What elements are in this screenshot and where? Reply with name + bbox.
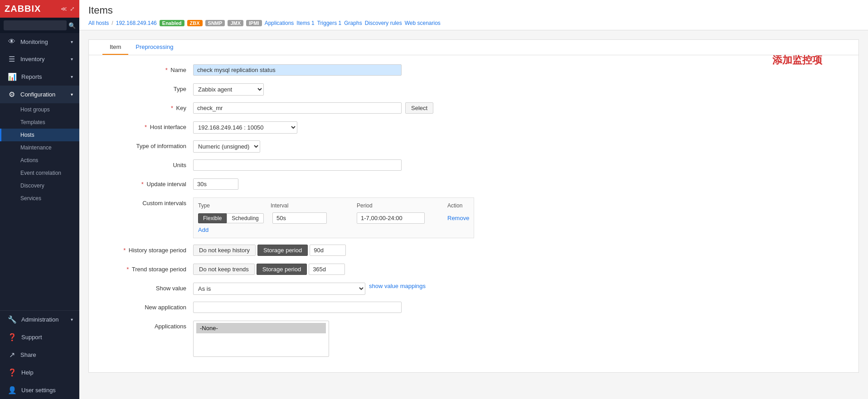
key-input[interactable] bbox=[193, 102, 402, 114]
host-interface-select[interactable]: 192.168.249.146 : 10050 bbox=[193, 121, 297, 134]
share-icon: ↗ bbox=[8, 351, 16, 359]
chevron-down-icon: ▾ bbox=[71, 74, 73, 79]
add-button[interactable]: Add bbox=[198, 226, 209, 233]
discovery-rules-tab-link[interactable]: Discovery rules bbox=[365, 20, 402, 26]
show-value-label: Show value bbox=[102, 283, 193, 292]
inventory-icon: ☰ bbox=[8, 55, 16, 63]
sidebar-item-host-groups[interactable]: Host groups bbox=[0, 103, 79, 116]
sidebar-item-configuration[interactable]: ⚙ Configuration ▾ bbox=[0, 86, 79, 103]
web-scenarios-tab-link[interactable]: Web scenarios bbox=[405, 20, 441, 26]
sidebar-item-templates[interactable]: Templates bbox=[0, 116, 79, 129]
required-star: * bbox=[165, 67, 168, 73]
ipmi-badge: IPMI bbox=[246, 20, 262, 26]
sidebar-item-inventory[interactable]: ☰ Inventory ▾ bbox=[0, 50, 79, 68]
form-tabs: Item Preprocessing bbox=[89, 40, 858, 55]
sidebar-header: ZABBIX ≪ ⤢ bbox=[0, 0, 79, 18]
type-of-info-label: Type of information bbox=[102, 140, 193, 149]
type-of-info-select[interactable]: Numeric (unsigned) Numeric (float) Chara… bbox=[193, 140, 260, 153]
sidebar-item-monitoring[interactable]: 👁 Monitoring ▾ bbox=[0, 33, 79, 50]
trend-storage-period-btn[interactable]: Storage period bbox=[257, 264, 307, 275]
custom-intervals-label: Custom intervals bbox=[102, 197, 193, 207]
sidebar-bottom: 🔧 Administration ▾ ❓ Support ↗ Share ❓ H… bbox=[0, 310, 79, 399]
tab-preprocessing[interactable]: Preprocessing bbox=[128, 40, 180, 55]
sidebar-item-services[interactable]: Services bbox=[0, 192, 79, 205]
sidebar-item-reports[interactable]: 📊 Reports ▾ bbox=[0, 68, 79, 86]
sidebar-item-label: Help bbox=[21, 369, 34, 376]
name-field bbox=[193, 64, 845, 76]
sidebar-item-hosts[interactable]: Hosts bbox=[0, 129, 79, 141]
configuration-icon: ⚙ bbox=[8, 90, 16, 99]
col-type: Type bbox=[198, 202, 271, 209]
trend-no-keep-btn[interactable]: Do not keep trends bbox=[193, 264, 255, 275]
form-row-units: Units bbox=[102, 159, 845, 172]
sidebar-item-label: Share bbox=[20, 351, 36, 358]
monitoring-icon: 👁 bbox=[8, 38, 16, 46]
history-value-input[interactable] bbox=[310, 245, 346, 256]
interval-header: Type Interval Period Action bbox=[198, 202, 469, 209]
host-interface-field: 192.168.249.146 : 10050 bbox=[193, 121, 845, 134]
history-storage-field: Do not keep history Storage period bbox=[193, 245, 845, 256]
sidebar-item-administration[interactable]: 🔧 Administration ▾ bbox=[0, 311, 79, 328]
required-star: * bbox=[126, 266, 129, 273]
sidebar-item-help[interactable]: ❓ Help bbox=[0, 364, 79, 381]
form-row-new-application: New application bbox=[102, 302, 845, 314]
sidebar-item-share[interactable]: ↗ Share bbox=[0, 346, 79, 364]
new-application-input[interactable] bbox=[193, 302, 402, 313]
history-storage-period-btn[interactable]: Storage period bbox=[257, 245, 308, 256]
show-value-select[interactable]: As is bbox=[193, 283, 365, 295]
select-button[interactable]: Select bbox=[405, 102, 433, 114]
add-interval-link[interactable]: Add bbox=[198, 226, 469, 233]
administration-icon: 🔧 bbox=[8, 315, 17, 324]
form-row-key: * Key Select bbox=[102, 102, 845, 115]
graphs-tab-link[interactable]: Graphs bbox=[344, 20, 362, 26]
type-btn-group: Flexible Scheduling bbox=[198, 213, 271, 223]
breadcrumb-ip[interactable]: 192.168.249.146 bbox=[116, 20, 157, 26]
snmp-badge: SNMP bbox=[205, 20, 225, 26]
sidebar-item-discovery[interactable]: Discovery bbox=[0, 179, 79, 192]
sidebar-item-actions[interactable]: Actions bbox=[0, 154, 79, 167]
name-input[interactable] bbox=[193, 64, 402, 76]
breadcrumb-all-hosts[interactable]: All hosts bbox=[88, 20, 109, 26]
update-interval-input[interactable] bbox=[193, 178, 238, 190]
tab-item[interactable]: Item bbox=[102, 40, 128, 55]
sidebar-item-event-correlation[interactable]: Event correlation bbox=[0, 167, 79, 179]
flexible-btn[interactable]: Flexible bbox=[198, 213, 227, 223]
units-input[interactable] bbox=[193, 159, 402, 171]
required-star: * bbox=[141, 181, 144, 187]
trend-value-input[interactable] bbox=[309, 264, 345, 275]
applications-select[interactable]: -None- bbox=[193, 321, 329, 357]
content-area: Item Preprocessing 添加监控项 * Name Type bbox=[79, 30, 868, 399]
search-icon[interactable]: 🔍 bbox=[68, 22, 76, 29]
search-input[interactable] bbox=[4, 20, 67, 30]
applications-field: -None- bbox=[193, 321, 845, 357]
items-tab-link[interactable]: Items 1 bbox=[296, 20, 314, 26]
triggers-tab-link[interactable]: Triggers 1 bbox=[317, 20, 342, 26]
collapse-icon[interactable]: ≪ bbox=[61, 5, 67, 12]
sidebar-item-label: Configuration bbox=[20, 91, 55, 98]
sidebar-item-label: Administration bbox=[21, 316, 58, 323]
applications-label: Applications bbox=[102, 321, 193, 330]
show-value-mappings-link[interactable]: show value mappings bbox=[369, 283, 426, 289]
sidebar-item-user-settings[interactable]: 👤 User settings bbox=[0, 381, 79, 399]
new-application-label: New application bbox=[102, 302, 193, 311]
annotation-text: 添加监控项 bbox=[772, 53, 822, 67]
type-select[interactable]: Zabbix agent Zabbix agent (active) Simpl… bbox=[193, 83, 264, 96]
zbx-badge: ZBX bbox=[187, 20, 203, 26]
remove-button[interactable]: Remove bbox=[447, 215, 469, 221]
form-row-applications: Applications -None- bbox=[102, 321, 845, 357]
scheduling-btn[interactable]: Scheduling bbox=[227, 213, 263, 223]
type-of-info-field: Numeric (unsigned) Numeric (float) Chara… bbox=[193, 140, 845, 153]
expand-icon[interactable]: ⤢ bbox=[70, 5, 75, 12]
applications-tab-link[interactable]: Applications bbox=[265, 20, 294, 26]
period-input[interactable] bbox=[357, 212, 425, 224]
interval-input[interactable] bbox=[272, 212, 327, 224]
trend-storage-label: * Trend storage period bbox=[102, 264, 193, 273]
sidebar-item-maintenance[interactable]: Maintenance bbox=[0, 141, 79, 154]
history-no-keep-btn[interactable]: Do not keep history bbox=[193, 245, 256, 256]
reports-icon: 📊 bbox=[8, 72, 17, 81]
form-row-custom-intervals: Custom intervals Type Interval Period Ac… bbox=[102, 197, 845, 238]
sidebar-item-support[interactable]: ❓ Support bbox=[0, 328, 79, 346]
sidebar-item-label: User settings bbox=[21, 387, 56, 394]
sidebar-item-label: Inventory bbox=[20, 56, 44, 62]
form-row-type-of-info: Type of information Numeric (unsigned) N… bbox=[102, 140, 845, 153]
